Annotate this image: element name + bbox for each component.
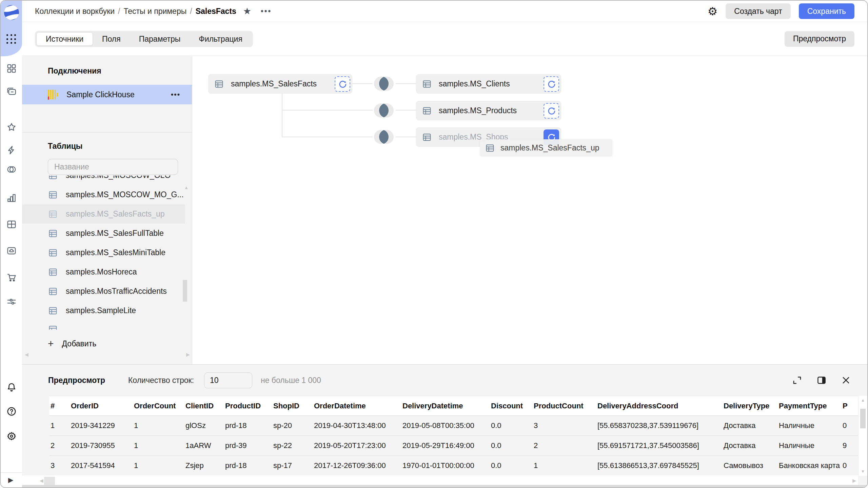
- breadcrumb-workbook[interactable]: Тесты и примеры: [123, 7, 186, 16]
- scroll-left-icon[interactable]: ◀: [40, 478, 43, 483]
- table-list-item[interactable]: samples.MS_MOSCOW_MO_G...: [22, 185, 185, 204]
- nav-all-objects-icon[interactable]: [6, 63, 17, 74]
- nav-collections-icon[interactable]: [6, 86, 17, 97]
- scrollbar-thumb[interactable]: [860, 409, 866, 428]
- nav-connections-icon[interactable]: [6, 145, 17, 155]
- column-header: DeliveryType: [722, 396, 777, 416]
- tab-sources[interactable]: Источники: [36, 32, 93, 46]
- cell: Наличные: [777, 436, 841, 456]
- more-actions-icon[interactable]: •••: [261, 7, 272, 16]
- scroll-right-icon[interactable]: ▶: [852, 478, 856, 483]
- refresh-source-icon[interactable]: [335, 76, 350, 92]
- row-count-input[interactable]: [204, 372, 252, 388]
- tab-parameters[interactable]: Параметры: [130, 32, 190, 46]
- nav-dashboards-icon[interactable]: [6, 219, 17, 229]
- source-node-root[interactable]: samples.MS_SalesFacts: [208, 74, 352, 94]
- table-icon: [48, 268, 57, 277]
- dock-preview-icon[interactable]: [816, 375, 827, 385]
- scroll-up-icon[interactable]: ▲: [861, 398, 865, 403]
- join-type-icon[interactable]: [372, 128, 396, 146]
- join-type-icon[interactable]: [372, 102, 396, 119]
- top-bar: Коллекции и воркбуки / Тесты и примеры /…: [22, 1, 867, 22]
- scrollbar-thumb[interactable]: [44, 477, 55, 485]
- cell: 2: [49, 436, 70, 456]
- nav-favorites-icon[interactable]: [6, 122, 17, 132]
- save-button[interactable]: Сохранить: [799, 3, 854, 19]
- nav-service-settings-icon[interactable]: [6, 297, 17, 307]
- table-list-item[interactable]: samples.MosTrafficAccidents: [22, 282, 185, 301]
- table-row: 3 2017-541594 1 Zsjep prd-18 sp-17 2017-…: [49, 456, 858, 476]
- services-grid-icon[interactable]: [6, 34, 17, 44]
- cell: Доставка: [722, 416, 777, 436]
- row-limit-hint: не больше 1 000: [261, 376, 321, 385]
- column-header: OrderCount: [133, 396, 184, 416]
- cell: 0.0: [490, 436, 532, 456]
- breadcrumb-separator: /: [115, 7, 123, 16]
- help-icon[interactable]: [6, 406, 17, 416]
- add-table-label: Добавить: [62, 339, 97, 348]
- table-list-item[interactable]: samples.MS_SalesMiniTable: [22, 243, 185, 262]
- row-count-label: Количество строк:: [128, 376, 194, 385]
- cell: 2019-05-08T00:35:00: [401, 416, 490, 436]
- tab-filtering[interactable]: Фильтрация: [190, 32, 252, 46]
- column-header: DeliveryAddressCoord: [596, 396, 722, 416]
- expand-panel-icon[interactable]: ▶: [8, 476, 13, 484]
- table-icon: [48, 190, 57, 199]
- refresh-source-icon[interactable]: [544, 76, 559, 92]
- nav-datasets-icon[interactable]: [6, 164, 17, 175]
- table-item-label: samples.MS_SalesFullTable: [66, 229, 164, 238]
- table-list-item[interactable]: samples.MosHoreca: [22, 262, 185, 282]
- list-scrollbar-thumb[interactable]: [183, 280, 187, 302]
- preview-panel: Предпросмотр Количество строк: не больше…: [22, 364, 867, 487]
- table-item-label: samples.MosHoreca: [66, 267, 137, 277]
- close-preview-icon[interactable]: [841, 375, 851, 385]
- preview-toggle-button[interactable]: Предпросмотр: [785, 31, 854, 47]
- create-chart-button[interactable]: Создать чарт: [726, 3, 790, 19]
- table-item-label: samples.MS_SalesMiniTable: [66, 248, 165, 257]
- cell: 2019-05-29T16:49:00: [401, 436, 490, 456]
- breadcrumb-dataset-name: SalesFacts: [196, 7, 236, 16]
- join-type-icon[interactable]: [372, 75, 396, 93]
- list-scroll-up-icon[interactable]: ▲: [184, 185, 189, 190]
- breadcrumb-collections[interactable]: Коллекции и воркбуки: [35, 7, 115, 16]
- cell: Банковская карта: [777, 456, 841, 476]
- cell: 3: [49, 456, 70, 476]
- expand-preview-icon[interactable]: [792, 375, 802, 385]
- dragged-table-ghost[interactable]: samples.MS_SalesFacts_up: [480, 139, 612, 156]
- cell: 1: [532, 456, 596, 476]
- connection-item[interactable]: Sample ClickHouse •••: [22, 85, 192, 104]
- notifications-bell-icon[interactable]: [6, 382, 17, 392]
- preview-vertical-scrollbar[interactable]: ▲ ▼: [858, 396, 867, 476]
- cell: 1aARW: [184, 436, 224, 456]
- favorite-star-icon[interactable]: ★: [243, 7, 251, 16]
- panel-scroll-right-icon[interactable]: ▶: [186, 352, 190, 357]
- table-list-item[interactable]: samples.MS_MOSCOW_OLO: [22, 176, 185, 185]
- nav-marketplace-icon[interactable]: [6, 272, 17, 282]
- cell: 2019-730955: [70, 436, 133, 456]
- preview-title: Предпросмотр: [48, 376, 105, 385]
- table-search-input[interactable]: [48, 159, 178, 175]
- settings-gear-icon[interactable]: [6, 431, 17, 441]
- cell: 2017-12-26T09:36:00: [313, 456, 401, 476]
- add-table-button[interactable]: + Добавить: [48, 337, 96, 350]
- nav-storage-icon[interactable]: [6, 246, 17, 256]
- table-list-item[interactable]: samples.SampleLite: [22, 301, 185, 320]
- nav-charts-icon[interactable]: [6, 193, 17, 203]
- clickhouse-logo-icon: [48, 89, 58, 100]
- table-icon: [48, 306, 57, 315]
- source-node-products[interactable]: samples.MS_Products: [416, 101, 561, 120]
- source-node-label: samples.MS_SalesFacts: [231, 79, 317, 88]
- panel-scroll-left-icon[interactable]: ◀: [25, 352, 28, 357]
- table-icon: [48, 229, 57, 238]
- dataset-settings-gear-icon[interactable]: ⚙: [708, 6, 718, 17]
- scroll-down-icon[interactable]: ▼: [861, 469, 865, 474]
- tab-fields[interactable]: Поля: [93, 32, 130, 46]
- connection-menu-icon[interactable]: •••: [171, 90, 180, 99]
- source-node-clients[interactable]: samples.MS_Clients: [416, 74, 561, 94]
- refresh-source-icon[interactable]: [544, 103, 559, 119]
- column-header: #: [49, 396, 70, 416]
- table-list-item[interactable]: samples.MS_SalesFullTable: [22, 224, 185, 243]
- join-connector: [282, 110, 373, 110]
- datalens-logo-icon[interactable]: [4, 5, 19, 20]
- table-item-label: samples.SampleLite: [66, 306, 136, 315]
